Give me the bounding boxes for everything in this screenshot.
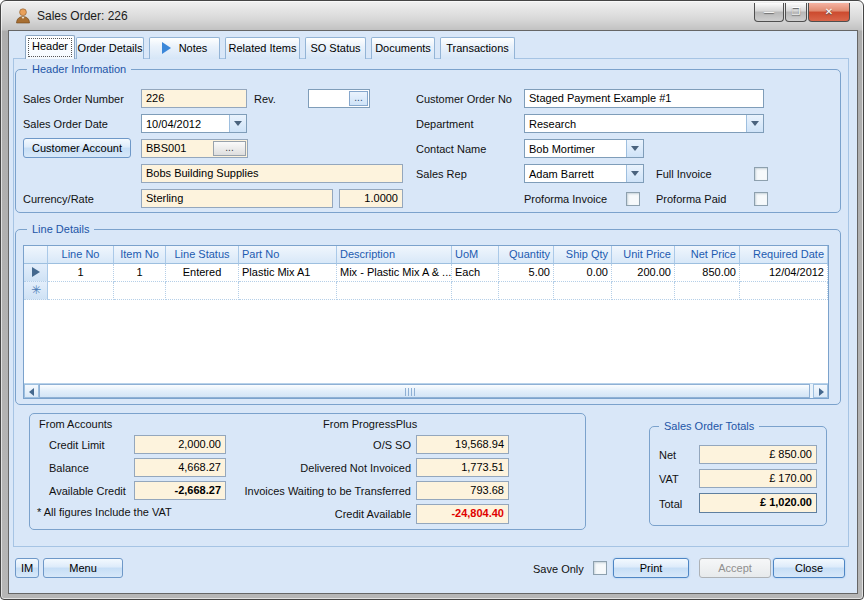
notes-play-icon [162,42,171,54]
net-label: Net [659,449,676,461]
tab-transactions[interactable]: Transactions [440,37,515,59]
col-ship-qty[interactable]: Ship Qty [554,246,612,264]
new-cell[interactable] [740,282,828,300]
scroll-right-button[interactable] [813,384,828,398]
close-window-button[interactable]: ✕ [808,3,850,22]
sales-order-date-dropdown-icon[interactable] [229,115,246,132]
new-cell[interactable] [166,282,239,300]
print-button[interactable]: Print [613,558,689,578]
department-label: Department [416,118,473,130]
sales-order-date-label: Sales Order Date [23,118,108,130]
tab-related-items[interactable]: Related Items [225,37,300,59]
new-row-star-icon: ✳ [27,283,41,298]
cell-part-no[interactable]: Plastic Mix A1 [239,264,337,282]
scroll-right-icon [819,388,824,396]
new-cell[interactable] [612,282,675,300]
contact-name-select[interactable]: Bob Mortimer [524,139,644,158]
row-selector[interactable] [24,264,48,282]
col-net-price[interactable]: Net Price [675,246,740,264]
available-credit-label: Available Credit [49,485,126,497]
col-part-no[interactable]: Part No [239,246,337,264]
cell-required-date[interactable]: 12/04/2012 [740,264,828,282]
scroll-left-button[interactable] [24,384,39,398]
sales-rep-label: Sales Rep [416,168,467,180]
close-icon: ✕ [825,6,833,17]
tab-so-status-label: SO Status [310,42,360,54]
col-unit-price[interactable]: Unit Price [612,246,675,264]
tab-documents[interactable]: Documents [371,37,435,59]
save-only-checkbox[interactable] [593,561,607,575]
rev-browse-button[interactable]: ... [349,91,368,106]
grid-horizontal-scrollbar[interactable] [24,383,828,398]
col-quantity[interactable]: Quantity [499,246,554,264]
close-button[interactable]: Close [773,558,845,578]
cell-uom[interactable]: Each [452,264,499,282]
tab-notes[interactable]: Notes [149,37,220,59]
new-cell[interactable] [554,282,612,300]
tab-focus-rect [28,38,72,57]
tab-order-details[interactable]: Order Details [76,37,144,59]
im-button[interactable]: IM [15,558,39,578]
new-cell[interactable] [114,282,166,300]
new-cell[interactable] [239,282,337,300]
os-so-field: 19,568.94 [416,435,509,454]
vat-field: £ 170.00 [699,469,817,488]
scrollbar-thumb[interactable] [39,384,810,398]
minimize-button[interactable]: — [754,3,784,22]
customer-order-no-field[interactable]: Staged Payment Example #1 [524,89,764,108]
cell-description[interactable]: Mix - Plastic Mix A & ... [337,264,452,282]
sales-order-date-value: 10/04/2012 [146,116,201,132]
new-row-selector[interactable]: ✳ [24,282,48,300]
tab-so-status[interactable]: SO Status [305,37,366,59]
accept-button[interactable]: Accept [699,558,771,578]
col-uom[interactable]: UoM [452,246,499,264]
cell-net-price[interactable]: 850.00 [675,264,740,282]
new-cell[interactable] [452,282,499,300]
tab-header[interactable]: Header [25,35,75,59]
cell-line-status[interactable]: Entered [166,264,239,282]
cell-quantity[interactable]: 5.00 [499,264,554,282]
proforma-paid-checkbox[interactable] [754,192,768,206]
sales-rep-select[interactable]: Adam Barrett [524,164,644,183]
proforma-invoice-checkbox[interactable] [626,192,640,206]
col-item-no[interactable]: Item No [114,246,166,264]
department-select[interactable]: Research [524,114,764,133]
credit-available-field: -24,804.40 [416,504,509,524]
grid-corner-cell [24,246,48,264]
full-invoice-checkbox[interactable] [754,167,768,181]
col-required-date[interactable]: Required Date [740,246,828,264]
new-cell[interactable] [675,282,740,300]
department-dropdown-icon[interactable] [746,115,763,132]
currency-rate-label: Currency/Rate [23,193,94,205]
sales-order-date-picker[interactable]: 10/04/2012 [141,114,247,133]
sales-order-totals-legend: Sales Order Totals [659,420,759,432]
sales-rep-dropdown-icon[interactable] [626,165,643,182]
tab-notes-label: Notes [179,42,208,54]
from-progressplus-title: From ProgressPlus [323,418,417,430]
new-row[interactable]: ✳ [24,282,828,300]
new-cell[interactable] [48,282,114,300]
cell-item-no[interactable]: 1 [114,264,166,282]
vat-note: * All figures Include the VAT [37,506,172,518]
currency-field: Sterling [141,189,333,208]
contact-name-label: Contact Name [416,143,486,155]
menu-button[interactable]: Menu [43,558,123,578]
cell-unit-price[interactable]: 200.00 [612,264,675,282]
col-line-status[interactable]: Line Status [166,246,239,264]
tab-order-details-label: Order Details [78,42,143,54]
save-only-label: Save Only [533,563,584,575]
sales-order-number-field: 226 [141,89,247,108]
col-description[interactable]: Description [337,246,452,264]
contact-name-dropdown-icon[interactable] [626,140,643,157]
col-line-no[interactable]: Line No [48,246,114,264]
cell-line-no[interactable]: 1 [48,264,114,282]
new-cell[interactable] [499,282,554,300]
cell-ship-qty[interactable]: 0.00 [554,264,612,282]
new-cell[interactable] [337,282,452,300]
table-row[interactable]: 1 1 Entered Plastic Mix A1 Mix - Plastic… [24,264,828,282]
vat-label: VAT [659,473,679,485]
customer-account-button[interactable]: Customer Account [23,138,131,158]
customer-account-browse-button[interactable]: ... [213,141,246,156]
maximize-button[interactable]: ❐ [785,3,807,22]
available-credit-field: -2,668.27 [134,481,226,500]
